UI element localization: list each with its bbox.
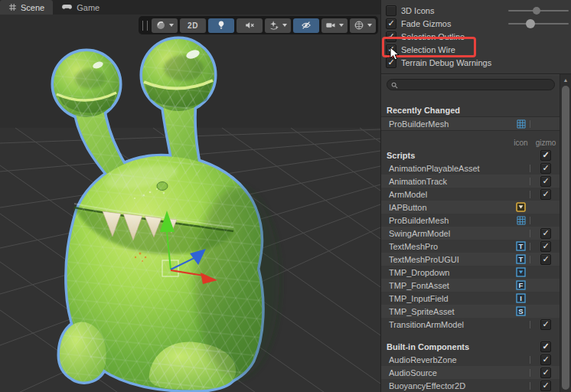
option-label: Terrain Debug Warnings [401, 58, 491, 67]
row-armmodel[interactable]: ArmModel✓ [381, 188, 560, 201]
column-separator-tick [530, 369, 530, 377]
svg-text:I: I [520, 294, 522, 302]
column-separator-tick [530, 382, 530, 390]
gizmo-checkbox-animationtrack[interactable]: ✓ [540, 176, 551, 187]
scene-canvas [0, 15, 380, 392]
checkbox-selection-wire[interactable]: ✓ [386, 44, 396, 55]
row-probuildermesh[interactable]: ProBuilderMesh [381, 116, 560, 131]
row-iapbutton[interactable]: IAPButton [381, 201, 560, 214]
gizmo-checkbox-textmeshprougui[interactable]: ✓ [540, 254, 551, 265]
row-label: TMP_FontAsset [389, 281, 514, 290]
column-separator-tick [530, 230, 530, 237]
option-label: Selection Wire [401, 45, 455, 54]
row-animationplayableasset[interactable]: AnimationPlayableAsset✓ [381, 162, 560, 175]
probuilder-icon[interactable] [514, 119, 528, 129]
row-buoyancyeffector2d[interactable]: BuoyancyEffector2D✓ [381, 379, 560, 392]
gizmo-checkbox-audiosource[interactable]: ✓ [540, 368, 551, 378]
checkbox-3d-icons[interactable] [386, 5, 396, 16]
section-header-label: Scripts [387, 151, 514, 160]
column-header-icon: icon [514, 139, 528, 147]
camera-view-button[interactable] [321, 18, 347, 33]
tmp-i-icon[interactable]: I [514, 293, 528, 303]
gizmo-checkbox-audioreverbzone[interactable]: ✓ [540, 354, 551, 365]
column-header-gizmo: gizmo [532, 139, 560, 147]
row-tmp-inputfield[interactable]: TMP_InputFieldI [381, 292, 560, 305]
svg-text:T: T [519, 242, 524, 250]
row-label: AnimationTrack [389, 177, 514, 186]
row-tmp-spriteasset[interactable]: TMP_SpriteAssetS [381, 305, 560, 318]
row-textmeshprougui[interactable]: TextMeshProUGUIT✓ [381, 253, 560, 266]
gizmo-option-terrain-debug-warnings: ✓Terrain Debug Warnings [381, 56, 571, 69]
row-label: AnimationPlayableAsset [389, 164, 514, 173]
column-separator-tick [530, 120, 530, 128]
checkbox-fade-gizmos[interactable]: ✓ [386, 18, 396, 29]
row-label: ArmModel [389, 190, 514, 199]
section-header-recently-changed: Recently Changed [381, 103, 560, 116]
shading-mode-button[interactable] [152, 18, 178, 33]
row-tmp-dropdown[interactable]: TMP_Dropdown [381, 266, 560, 279]
column-separator-tick [530, 256, 530, 263]
scene-viewport[interactable]: 2D [0, 15, 380, 392]
section-gizmo-checkbox-scripts[interactable]: ✓ [540, 150, 551, 161]
section-header-label: Built-in Components [387, 342, 514, 351]
gizmos-dropdown-panel: 3D Icons✓Fade Gizmos✓Selection Outline✓S… [380, 0, 571, 392]
tmp-t-icon[interactable]: T [514, 241, 528, 251]
gizmo-checkbox-animationplayableasset[interactable]: ✓ [540, 163, 551, 174]
hidden-objects-toggle-button[interactable] [293, 18, 319, 33]
section-header-scripts: Scripts✓ [381, 149, 560, 162]
column-headers: icongizmo [381, 137, 560, 147]
row-label: ProBuilderMesh [389, 216, 514, 225]
shading-mode-caret-icon [168, 23, 175, 28]
toolbar-drag-handle-icon[interactable] [142, 21, 148, 31]
column-separator-tick [530, 356, 530, 364]
slider-fade-gizmos[interactable] [508, 23, 569, 24]
gizmo-checkbox-textmeshpro[interactable]: ✓ [540, 241, 551, 252]
tmp-dropdown-icon[interactable] [514, 267, 528, 277]
scrollbar-thumb[interactable] [562, 86, 569, 390]
tmp-s-icon[interactable]: S [514, 306, 528, 316]
gizmo-checkbox-buoyancyeffector2d[interactable]: ✓ [540, 381, 551, 391]
checkbox-selection-outline[interactable]: ✓ [386, 31, 396, 42]
row-probuildermesh[interactable]: ProBuilderMesh [381, 214, 560, 227]
option-label: 3D Icons [401, 6, 434, 15]
gizmo-checkbox-swingarmmodel[interactable]: ✓ [540, 228, 551, 239]
scene-gizmo-caret-icon [367, 23, 373, 28]
tab-scene[interactable]: Scene [0, 0, 53, 15]
row-tmp-fontasset[interactable]: TMP_FontAssetF [381, 279, 560, 292]
effects-toggle-caret-icon [282, 23, 288, 28]
audio-toggle-button[interactable] [237, 18, 263, 33]
effects-toggle-button[interactable] [265, 18, 291, 33]
column-separator-tick [530, 191, 530, 198]
search-icon [391, 82, 398, 89]
probuilder-icon[interactable] [514, 216, 528, 225]
row-audiosource[interactable]: AudioSource✓ [381, 366, 560, 379]
checkbox-terrain-debug-warnings[interactable]: ✓ [386, 57, 396, 68]
gizmo-checkbox-armmodel[interactable]: ✓ [540, 189, 551, 200]
2d-toggle-button[interactable]: 2D [180, 18, 206, 33]
row-audioreverbzone[interactable]: AudioReverbZone✓ [381, 353, 560, 366]
iap-icon[interactable] [514, 202, 528, 212]
row-transitionarmmodel[interactable]: TransitionArmModel✓ [381, 318, 560, 331]
row-animationtrack[interactable]: AnimationTrack✓ [381, 175, 560, 188]
column-separator-tick [530, 321, 530, 328]
gizmo-search-input[interactable] [387, 79, 555, 90]
lighting-toggle-button[interactable] [208, 18, 234, 33]
tab-game[interactable]: Game [53, 0, 108, 15]
bulb-icon [216, 20, 227, 31]
slider-3d-icons[interactable] [508, 10, 569, 11]
tmp-t-icon[interactable]: T [514, 254, 528, 264]
row-swingarmmodel[interactable]: SwingArmModel✓ [381, 227, 560, 240]
row-label: AudioSource [389, 368, 514, 377]
tmp-f-icon[interactable]: F [514, 280, 528, 290]
scrollbar-up-arrow-icon[interactable]: ▲ [560, 74, 571, 85]
gizmo-checkbox-transitionarmmodel[interactable]: ✓ [540, 319, 551, 330]
tab-label: Game [77, 3, 100, 12]
row-label: BuoyancyEffector2D [389, 381, 514, 390]
scene-gizmo-button[interactable] [350, 18, 376, 33]
row-label: TMP_InputField [389, 294, 514, 303]
row-label: IAPButton [389, 203, 514, 212]
panel-scrollbar[interactable]: ▲ [560, 74, 571, 392]
gamepad-icon [61, 4, 73, 11]
row-textmeshpro[interactable]: TextMeshProT✓ [381, 240, 560, 253]
section-gizmo-checkbox-built-in-components[interactable]: ✓ [540, 341, 551, 352]
